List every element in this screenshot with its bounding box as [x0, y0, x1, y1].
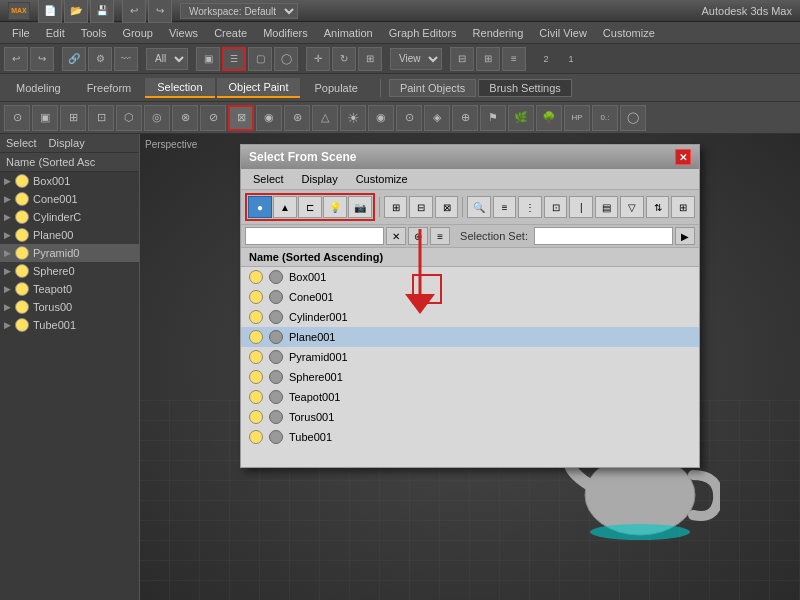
unlink-tool[interactable]: 〰: [114, 47, 138, 71]
select-region[interactable]: ▣: [196, 47, 220, 71]
outliner-item[interactable]: ▶ Tube001: [0, 316, 139, 334]
icon-tool21[interactable]: ◯: [620, 105, 646, 131]
icon-tool10[interactable]: ⊛: [284, 105, 310, 131]
icon-tool-red[interactable]: ⊠: [228, 105, 254, 131]
dialog-menu-select[interactable]: Select: [245, 171, 292, 187]
save-btn[interactable]: 💾: [90, 0, 114, 23]
filter-geo-btn[interactable]: ▲: [273, 196, 297, 218]
outliner-tab-select[interactable]: Select: [0, 134, 43, 152]
tab-selection[interactable]: Selection: [145, 78, 214, 98]
tab-populate[interactable]: Populate: [302, 79, 369, 97]
icon-tool12[interactable]: ◉: [368, 105, 394, 131]
outliner-item-selected[interactable]: ▶ Pyramid0: [0, 244, 139, 262]
icon-tool3[interactable]: ⊞: [60, 105, 86, 131]
list-item[interactable]: Cylinder001: [241, 307, 699, 327]
select-all-btn[interactable]: ⊞: [384, 196, 408, 218]
subtab-brush-settings[interactable]: Brush Settings: [478, 79, 572, 97]
icon-tool7[interactable]: ⊗: [172, 105, 198, 131]
outliner-item[interactable]: ▶ Torus00: [0, 298, 139, 316]
selection-set-input[interactable]: [534, 227, 673, 245]
outliner-item[interactable]: ▶ Plane00: [0, 226, 139, 244]
scale-tool[interactable]: ⊞: [358, 47, 382, 71]
list-item[interactable]: Pyramid001: [241, 347, 699, 367]
filter-light-btn[interactable]: 💡: [323, 196, 347, 218]
outliner-item[interactable]: ▶ Teapot0: [0, 280, 139, 298]
icon-tool2[interactable]: ▣: [32, 105, 58, 131]
icon-tool16[interactable]: ⚑: [480, 105, 506, 131]
menu-modifiers[interactable]: Modifiers: [255, 25, 316, 41]
menu-views[interactable]: Views: [161, 25, 206, 41]
select-none-btn[interactable]: ⊟: [409, 196, 433, 218]
undo-btn[interactable]: ↩: [122, 0, 146, 23]
cols-btn[interactable]: ⊞: [671, 196, 695, 218]
filter-clear-btn[interactable]: ✕: [386, 227, 406, 245]
undo-tool[interactable]: ↩: [4, 47, 28, 71]
menu-civil-view[interactable]: Civil View: [531, 25, 594, 41]
filter-input[interactable]: [245, 227, 384, 245]
filter-icon-btn[interactable]: ▽: [620, 196, 644, 218]
icon-tool13[interactable]: ⊙: [396, 105, 422, 131]
sort-btn[interactable]: ⇅: [646, 196, 670, 218]
outliner-item[interactable]: ▶ Cone001: [0, 190, 139, 208]
new-btn[interactable]: 📄: [38, 0, 62, 23]
icon-tool15[interactable]: ⊕: [452, 105, 478, 131]
redo-tool[interactable]: ↪: [30, 47, 54, 71]
outliner-tab-display[interactable]: Display: [43, 134, 91, 152]
align-tool[interactable]: ⊞: [476, 47, 500, 71]
menu-create[interactable]: Create: [206, 25, 255, 41]
outliner-item[interactable]: ▶ Box001: [0, 172, 139, 190]
layer-tool[interactable]: ≡: [502, 47, 526, 71]
redo-btn[interactable]: ↪: [148, 0, 172, 23]
filter-layers-btn[interactable]: ≡: [430, 227, 450, 245]
tab-modeling[interactable]: Modeling: [4, 79, 73, 97]
filter-dropdown[interactable]: All: [146, 48, 188, 70]
dialog-item-list[interactable]: Box001 Cone001 Cylinder001: [241, 267, 699, 467]
filter-set-btn[interactable]: ⊛: [408, 227, 428, 245]
icon-tool6[interactable]: ◎: [144, 105, 170, 131]
selection-set-arrow[interactable]: ▶: [675, 227, 695, 245]
menu-rendering[interactable]: Rendering: [465, 25, 532, 41]
menu-group[interactable]: Group: [114, 25, 161, 41]
link-tool[interactable]: ⚙: [88, 47, 112, 71]
list-item[interactable]: Box001: [241, 267, 699, 287]
menu-edit[interactable]: Edit: [38, 25, 73, 41]
select-by-name[interactable]: ☰: [222, 47, 246, 71]
subtab-paint-objects[interactable]: Paint Objects: [389, 79, 476, 97]
icon-tool9[interactable]: ◉: [256, 105, 282, 131]
workspace-dropdown[interactable]: Workspace: Default: [180, 3, 298, 19]
filter-shape-btn[interactable]: ⊏: [298, 196, 322, 218]
icon-tool8[interactable]: ⊘: [200, 105, 226, 131]
mirror-tool[interactable]: ⊟: [450, 47, 474, 71]
icon-tool4[interactable]: ⊡: [88, 105, 114, 131]
outliner-item[interactable]: ▶ CylinderC: [0, 208, 139, 226]
rotate-tool[interactable]: ↻: [332, 47, 356, 71]
open-btn[interactable]: 📂: [64, 0, 88, 23]
select-from-scene-dialog[interactable]: Select From Scene ✕ Select Display Custo…: [240, 144, 700, 468]
icon-sun[interactable]: ☀: [340, 105, 366, 131]
prop-btn[interactable]: ⊡: [544, 196, 568, 218]
move-tool[interactable]: ✛: [306, 47, 330, 71]
list-item-selected[interactable]: Plane001: [241, 327, 699, 347]
tab-freeform[interactable]: Freeform: [75, 79, 144, 97]
hierarchy-btn[interactable]: ⋮: [518, 196, 542, 218]
col2-btn[interactable]: ▤: [595, 196, 619, 218]
list-item[interactable]: Tube001: [241, 427, 699, 447]
icon-tool11[interactable]: △: [312, 105, 338, 131]
filter-all-btn[interactable]: ●: [248, 196, 272, 218]
list-item[interactable]: Sphere001: [241, 367, 699, 387]
tab-object-paint[interactable]: Object Paint: [217, 78, 301, 98]
select-invert-btn[interactable]: ⊠: [435, 196, 459, 218]
icon-tool5[interactable]: ⬡: [116, 105, 142, 131]
icon-tool18[interactable]: 🌳: [536, 105, 562, 131]
icon-tool14[interactable]: ◈: [424, 105, 450, 131]
list-item[interactable]: Torus001: [241, 407, 699, 427]
dialog-close-button[interactable]: ✕: [675, 149, 691, 165]
list-item[interactable]: Teapot001: [241, 387, 699, 407]
dialog-menu-display[interactable]: Display: [294, 171, 346, 187]
menu-customize[interactable]: Customize: [595, 25, 663, 41]
select-rect[interactable]: ▢: [248, 47, 272, 71]
dialog-menu-customize[interactable]: Customize: [348, 171, 416, 187]
icon-tool17[interactable]: 🌿: [508, 105, 534, 131]
col1-btn[interactable]: |: [569, 196, 593, 218]
layer-btn[interactable]: ≡: [493, 196, 517, 218]
